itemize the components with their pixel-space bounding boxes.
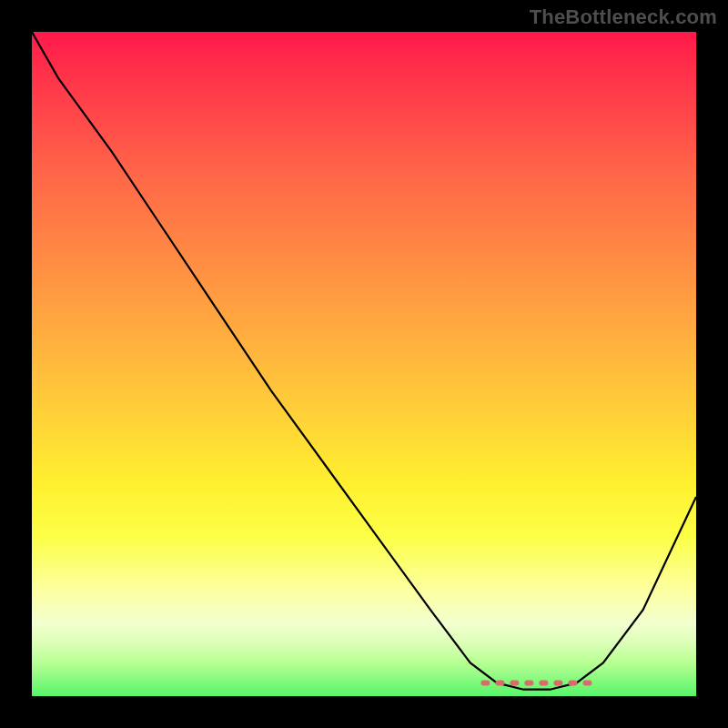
- gradient-plot-area: [32, 32, 696, 696]
- bottleneck-curve: [32, 32, 696, 690]
- watermark-text: TheBottleneck.com: [530, 5, 717, 29]
- chart-frame: TheBottleneck.com: [0, 0, 728, 728]
- curve-svg: [32, 32, 696, 696]
